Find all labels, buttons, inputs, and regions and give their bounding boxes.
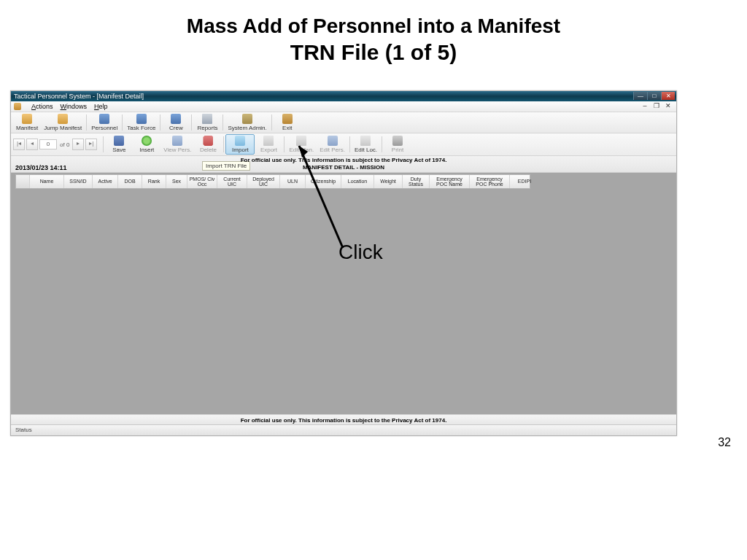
personnel-button[interactable]: Personnel [88, 112, 120, 133]
minimize-button[interactable]: — [633, 92, 647, 100]
toolbar-separator [222, 114, 223, 131]
col-location[interactable]: Location [341, 175, 374, 188]
status-bar: Status [11, 424, 676, 435]
manifest-button[interactable]: Manifest [13, 112, 41, 133]
toolbar-separator [271, 114, 272, 131]
view-pers-button[interactable]: View Pers. [160, 134, 194, 155]
view-pers-icon [172, 136, 182, 146]
close-button[interactable]: ✕ [661, 92, 675, 100]
menu-windows[interactable]: Windows [61, 103, 88, 110]
toolbar-separator [223, 136, 224, 152]
col-active[interactable]: Active [93, 175, 118, 188]
toolbar-separator [160, 114, 160, 131]
col-uln[interactable]: ULN [280, 175, 306, 188]
exit-button[interactable]: Exit [274, 112, 301, 133]
pager-current-input[interactable]: 0 [39, 139, 57, 149]
mdi-minimize-button[interactable]: – [641, 102, 649, 109]
jump-manifest-icon [58, 114, 68, 124]
mdi-restore-button[interactable]: ❐ [653, 102, 660, 109]
col-weight[interactable]: Weight [374, 175, 403, 188]
mdi-close-button[interactable]: ✕ [665, 102, 672, 109]
task-force-icon [136, 114, 147, 124]
window-title: Tactical Personnel System - [Manifest De… [14, 93, 144, 100]
delete-button[interactable]: Delete [194, 134, 222, 155]
col-pmos[interactable]: PMOS/ Civ Occ [187, 175, 217, 188]
col-duty-status[interactable]: Duty Status [403, 175, 430, 188]
grid-header-row: Name SSN/ID Active DOB Rank Sex PMOS/ Ci… [15, 174, 530, 189]
system-admin-icon [242, 114, 252, 124]
record-toolbar: |◂ ◂ 0 of 0 ▸ ▸| Save Insert View Pers. … [11, 133, 676, 156]
main-toolbar: Manifest Jump Manifest Personnel Task Fo… [11, 112, 676, 133]
import-icon [235, 136, 245, 146]
export-icon [263, 136, 274, 146]
print-icon [392, 136, 403, 146]
personnel-icon [99, 114, 109, 124]
header-band: 2013/01/23 14:11 Import TRN File For off… [11, 156, 676, 173]
col-ssn[interactable]: SSN/ID [64, 175, 93, 188]
crew-icon [171, 114, 181, 124]
col-name[interactable]: Name [30, 175, 64, 188]
col-deployed-uic[interactable]: Deployed UIC [247, 175, 280, 188]
save-icon [114, 136, 124, 146]
toolbar-separator [284, 136, 285, 152]
pager-prev-button[interactable]: ◂ [26, 139, 38, 150]
col-epoc-phone[interactable]: Emergency POC Phone [470, 175, 510, 188]
edit-pers-button[interactable]: Edit Pers. [317, 134, 348, 155]
status-label: Status [15, 427, 32, 433]
col-sex[interactable]: Sex [166, 175, 187, 188]
save-button[interactable]: Save [105, 134, 133, 155]
insert-icon [142, 136, 152, 146]
edit-loc-icon [360, 136, 371, 146]
row-header-col [16, 175, 30, 188]
col-rank[interactable]: Rank [142, 175, 166, 188]
crew-button[interactable]: Crew [162, 112, 190, 133]
toolbar-separator [103, 136, 104, 152]
system-admin-button[interactable]: System Admin. [225, 112, 269, 133]
menubar: Actions Windows Help – ❐ ✕ [11, 101, 676, 112]
pager-of-label: of 0 [58, 141, 71, 148]
exit-icon [282, 114, 293, 124]
privacy-notice-bottom: For official use only. This information … [11, 414, 676, 425]
toolbar-separator [191, 114, 192, 131]
insert-button[interactable]: Insert [133, 134, 160, 155]
toolbar-separator [382, 136, 382, 152]
slide-title: Mass Add of Personnel into a Manifest TR… [0, 0, 747, 66]
manifest-detail-title: MANIFEST DETAIL - MISSION [303, 164, 384, 171]
record-pager: |◂ ◂ 0 of 0 ▸ ▸| [13, 139, 101, 150]
reports-icon [202, 114, 212, 124]
col-citizenship[interactable]: Citizenship [306, 175, 341, 188]
pager-first-button[interactable]: |◂ [13, 139, 25, 150]
menu-actions[interactable]: Actions [31, 103, 53, 110]
col-edipi[interactable]: EDIPI [510, 175, 539, 188]
edit-man-icon [296, 136, 306, 146]
col-current-uic[interactable]: Current UIC [217, 175, 247, 188]
edit-loc-button[interactable]: Edit Loc. [352, 134, 380, 155]
toolbar-separator [122, 114, 123, 131]
maximize-button[interactable]: □ [647, 92, 661, 100]
col-dob[interactable]: DOB [118, 175, 142, 188]
pager-next-button[interactable]: ▸ [72, 139, 84, 150]
menu-help[interactable]: Help [94, 103, 108, 110]
toolbar-separator [349, 136, 350, 152]
col-epoc-name[interactable]: Emergency POC Name [430, 175, 470, 188]
app-icon [14, 103, 21, 110]
jump-manifest-button[interactable]: Jump Manifest [41, 112, 85, 133]
annotation-click-label: Click [338, 241, 383, 264]
title-line-2: TRN File (1 of 5) [0, 39, 747, 66]
title-line-1: Mass Add of Personnel into a Manifest [0, 13, 747, 39]
edit-man-button[interactable]: Edit Man. [286, 134, 317, 155]
import-button[interactable]: Import [225, 134, 255, 155]
window-titlebar: Tactical Personnel System - [Manifest De… [11, 91, 676, 101]
window-controls: — □ ✕ [633, 92, 675, 100]
print-button[interactable]: Print [384, 134, 411, 155]
timestamp-label: 2013/01/23 14:11 [15, 164, 67, 171]
reports-button[interactable]: Reports [193, 112, 221, 133]
mdi-child-controls: – ❐ ✕ [641, 102, 672, 109]
export-button[interactable]: Export [255, 134, 282, 155]
slide-page-number: 32 [718, 436, 731, 449]
manifest-icon [22, 114, 32, 124]
task-force-button[interactable]: Task Force [124, 112, 158, 133]
edit-pers-icon [328, 136, 338, 146]
privacy-notice-top: For official use only. This information … [241, 157, 447, 163]
pager-last-button[interactable]: ▸| [85, 139, 97, 150]
